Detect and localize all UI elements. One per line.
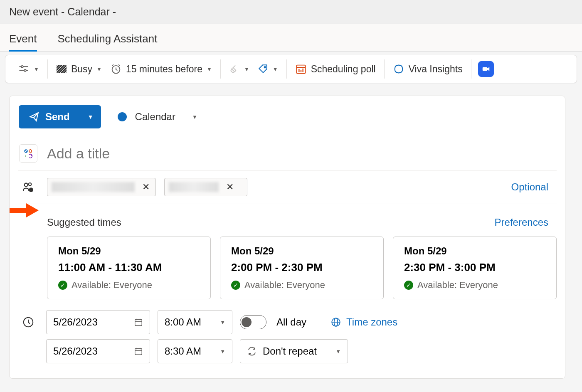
optional-attendees-link[interactable]: Optional bbox=[511, 181, 557, 193]
viva-insights-icon bbox=[393, 63, 404, 75]
event-title-input[interactable] bbox=[47, 145, 557, 162]
chevron-down-icon: ▼ bbox=[192, 114, 197, 120]
attendee-chip[interactable]: ✕ bbox=[47, 178, 156, 196]
slot-date: Mon 5/29 bbox=[404, 245, 545, 257]
remove-attendee-button[interactable]: ✕ bbox=[141, 182, 151, 192]
annotation-arrow-icon bbox=[10, 203, 39, 217]
svg-point-20 bbox=[25, 183, 28, 187]
send-label: Send bbox=[45, 111, 70, 123]
end-date-field[interactable]: 5/26/2023 bbox=[46, 339, 150, 363]
viva-label: Viva Insights bbox=[409, 64, 463, 75]
window-title: New event - Calendar - bbox=[9, 6, 116, 17]
viva-insights-button[interactable]: Viva Insights bbox=[391, 61, 464, 77]
window-titlebar: New event - Calendar - bbox=[0, 0, 582, 24]
chevron-down-icon: ▼ bbox=[335, 348, 341, 355]
teams-meeting-button[interactable] bbox=[478, 61, 494, 77]
time-zones-link[interactable]: Time zones bbox=[330, 316, 397, 328]
scheduling-poll-label: Scheduling poll bbox=[311, 64, 376, 75]
busy-status-icon bbox=[56, 64, 67, 74]
chevron-down-icon: ▼ bbox=[273, 66, 278, 72]
sliders-icon bbox=[18, 63, 30, 75]
show-as-label: Busy bbox=[71, 64, 92, 75]
start-time-field[interactable]: 8:00 AM ▼ bbox=[158, 310, 232, 334]
reminder-dropdown[interactable]: 15 minutes before ▼ bbox=[109, 61, 214, 77]
send-button[interactable]: Send ▼ bbox=[19, 105, 101, 128]
svg-rect-15 bbox=[482, 67, 487, 71]
svg-line-18 bbox=[25, 150, 27, 152]
attendee-chip[interactable]: ✕ bbox=[164, 178, 247, 196]
svg-text:+: + bbox=[30, 188, 32, 192]
chevron-down-icon: ▼ bbox=[220, 319, 225, 325]
recurrence-field[interactable]: Don't repeat ▼ bbox=[240, 339, 348, 363]
slot-time: 11:00 AM - 11:30 AM bbox=[58, 261, 200, 274]
categorize-dropdown[interactable]: ▼ bbox=[256, 61, 280, 77]
emoji-picker-button[interactable]: + bbox=[19, 144, 37, 163]
people-icon: + bbox=[22, 180, 35, 194]
preferences-link[interactable]: Preferences bbox=[495, 217, 557, 228]
slot-availability: ✓ Available: Everyone bbox=[404, 280, 545, 291]
scheduling-poll-icon bbox=[295, 63, 307, 75]
emoji-icon: + bbox=[23, 148, 34, 159]
tabs: Event Scheduling Assistant bbox=[0, 24, 582, 52]
start-date-field[interactable]: 5/26/2023 bbox=[46, 310, 150, 334]
end-date-value: 5/26/2023 bbox=[53, 345, 98, 357]
cleanup-dropdown[interactable]: ▼ bbox=[227, 61, 251, 77]
svg-rect-12 bbox=[298, 69, 299, 72]
slot-availability: ✓ Available: Everyone bbox=[58, 280, 200, 291]
scheduling-poll-button[interactable]: Scheduling poll bbox=[293, 61, 377, 77]
slot-date: Mon 5/29 bbox=[231, 245, 372, 257]
check-circle-icon: ✓ bbox=[404, 281, 413, 290]
svg-rect-13 bbox=[300, 70, 301, 72]
tab-scheduling-assistant[interactable]: Scheduling Assistant bbox=[58, 24, 158, 51]
calendar-selector[interactable]: Calendar ▼ bbox=[118, 111, 197, 123]
svg-rect-10 bbox=[296, 65, 305, 74]
chevron-down-icon: ▼ bbox=[88, 113, 94, 120]
suggested-time-slot[interactable]: Mon 5/29 11:00 AM - 11:30 AM ✓ Available… bbox=[47, 237, 211, 299]
broom-icon bbox=[229, 64, 240, 74]
suggested-times-label: Suggested times bbox=[47, 217, 121, 228]
recurrence-value: Don't repeat bbox=[263, 345, 317, 357]
svg-point-0 bbox=[21, 66, 23, 68]
video-icon bbox=[481, 64, 491, 74]
svg-rect-7 bbox=[57, 65, 67, 73]
svg-point-9 bbox=[264, 67, 265, 68]
attendee-name-redacted bbox=[169, 182, 219, 192]
all-day-label: All day bbox=[276, 316, 306, 328]
start-date-value: 5/26/2023 bbox=[53, 316, 98, 328]
slot-date: Mon 5/29 bbox=[58, 245, 200, 257]
chevron-down-icon: ▼ bbox=[34, 66, 39, 72]
alarm-clock-icon bbox=[110, 63, 122, 75]
slot-availability: ✓ Available: Everyone bbox=[231, 280, 372, 291]
chevron-down-icon: ▼ bbox=[207, 66, 212, 72]
all-day-toggle[interactable] bbox=[240, 315, 266, 329]
clock-icon bbox=[22, 316, 35, 328]
end-time-field[interactable]: 8:30 AM ▼ bbox=[158, 339, 232, 363]
suggested-time-slot[interactable]: Mon 5/29 2:00 PM - 2:30 PM ✓ Available: … bbox=[220, 237, 384, 299]
reminder-label: 15 minutes before bbox=[126, 64, 202, 75]
suggested-time-slot[interactable]: Mon 5/29 2:30 PM - 3:00 PM ✓ Available: … bbox=[393, 237, 557, 299]
slot-time: 2:00 PM - 2:30 PM bbox=[231, 261, 372, 274]
show-as-dropdown[interactable]: Busy ▼ bbox=[54, 61, 104, 77]
remove-attendee-button[interactable]: ✕ bbox=[224, 182, 235, 192]
send-dropdown[interactable]: ▼ bbox=[80, 105, 101, 128]
svg-point-3 bbox=[24, 69, 26, 71]
event-form: Send ▼ Calendar ▼ + bbox=[9, 96, 565, 379]
attendee-name-redacted bbox=[52, 182, 135, 192]
slot-time: 2:30 PM - 3:00 PM bbox=[404, 261, 545, 274]
svg-rect-14 bbox=[302, 69, 303, 72]
toolbar: ▼ Busy ▼ 15 minutes before ▼ ▼ ▼ Schedul… bbox=[5, 55, 577, 83]
end-time-value: 8:30 AM bbox=[165, 345, 201, 357]
tab-event[interactable]: Event bbox=[9, 24, 37, 51]
svg-rect-24 bbox=[10, 208, 26, 213]
svg-rect-26 bbox=[135, 320, 142, 326]
response-options-dropdown[interactable]: ▼ bbox=[16, 61, 41, 77]
start-time-value: 8:00 AM bbox=[165, 316, 201, 328]
calendar-icon bbox=[134, 318, 143, 327]
calendar-icon bbox=[134, 347, 143, 356]
suggested-times-list: Mon 5/29 11:00 AM - 11:30 AM ✓ Available… bbox=[47, 232, 557, 308]
chevron-down-icon: ▼ bbox=[220, 348, 225, 355]
svg-rect-33 bbox=[135, 349, 142, 355]
calendar-label: Calendar bbox=[135, 111, 175, 123]
globe-icon bbox=[330, 317, 341, 328]
check-circle-icon: ✓ bbox=[231, 281, 240, 290]
